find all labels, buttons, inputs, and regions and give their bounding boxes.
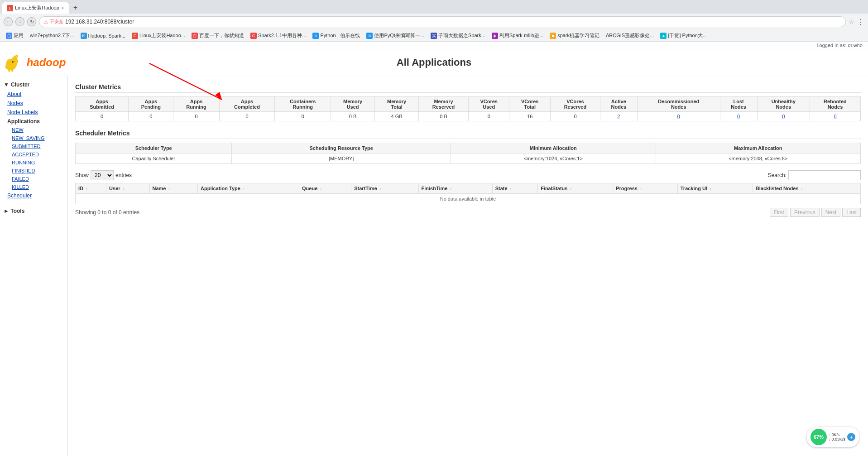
sort-icon: ↕ — [710, 187, 712, 191]
sidebar-item-applications[interactable]: Applications — [0, 117, 67, 126]
sidebar-item-about[interactable]: About — [0, 90, 67, 99]
menu-button[interactable]: ⋮ — [857, 18, 864, 26]
search-input[interactable] — [788, 170, 861, 180]
bookmark-label: Linux上安装Hadoo... — [139, 32, 185, 39]
val-containers-running: 0 — [275, 112, 331, 121]
sidebar-tools[interactable]: ► Tools — [0, 206, 67, 216]
upload-arrow-icon: ↑ — [829, 432, 831, 437]
bookmark-label: 使用PyQt来编写算一... — [374, 32, 424, 39]
val-apps-submitted: 0 — [76, 112, 129, 121]
sidebar-subitem-submitted[interactable]: SUBMITTED — [0, 142, 67, 150]
sidebar-subitem-killed[interactable]: KILLED — [0, 183, 67, 191]
bookmark-mllib[interactable]: ◈ 利用Spark-mllib进... — [489, 31, 546, 40]
col-queue[interactable]: Queue ↕ — [299, 183, 351, 194]
sort-icon: ↕ — [320, 187, 322, 191]
bookmark-label: Python - 伯乐在线 — [320, 32, 360, 39]
val-lost-nodes[interactable]: 0 — [720, 112, 757, 121]
sidebar-item-nodes[interactable]: Nodes — [0, 99, 67, 108]
val-unhealthy-nodes[interactable]: 0 — [757, 112, 810, 121]
sched-col-type: Scheduler Type — [76, 143, 232, 154]
bookmark-python-goods[interactable]: ▲ [干货] Python大... — [658, 31, 709, 40]
main-layout: ▼ Cluster About Nodes Node Labels Applic… — [0, 76, 868, 456]
val-decommissioned-nodes[interactable]: 0 — [637, 112, 720, 121]
last-button[interactable]: Last — [842, 208, 861, 217]
col-containers-running: ContainersRunning — [275, 97, 331, 112]
show-entries-select[interactable]: 10 20 50 100 — [91, 170, 114, 180]
bookmark-favicon: ▢ — [6, 33, 12, 39]
sidebar-subitem-new-saving[interactable]: NEW_SAVING — [0, 134, 67, 142]
bookmark-spark211[interactable]: G Spark2.1.1中用各种... — [248, 31, 308, 40]
tools-arrow-icon: ► — [4, 208, 9, 214]
sidebar-subitem-failed[interactable]: FAILED — [0, 175, 67, 183]
col-progress[interactable]: Progress ↕ — [613, 183, 678, 194]
new-tab-button[interactable]: + — [70, 2, 81, 14]
col-memory-total: MemoryTotal — [375, 97, 419, 112]
sort-icon: ↕ — [123, 187, 125, 191]
col-rebooted-nodes: RebootedNodes — [810, 97, 860, 112]
tabs-bar: L Linux上安装Hadoop × + — [0, 0, 868, 14]
bookmark-spark-ml[interactable]: ■ spark机器学习笔记 — [547, 31, 602, 40]
val-min-allocation: <memory:1024, vCores:1> — [451, 154, 656, 164]
col-final-status[interactable]: FinalStatus ↕ — [538, 183, 613, 194]
sidebar-cluster-header[interactable]: ▼ Cluster — [0, 80, 67, 90]
col-state[interactable]: State ↕ — [492, 183, 537, 194]
bookmark-arcgis[interactable]: ARCGIS遥感影像处... — [604, 31, 656, 40]
hadoop-logo[interactable]: hadoop — [0, 51, 68, 74]
bookmark-label: 应用 — [14, 32, 24, 39]
bookmark-label: 利用Spark-mllib进... — [499, 32, 543, 39]
sidebar-subitem-accepted[interactable]: ACCEPTED — [0, 150, 67, 158]
bookmark-linux[interactable]: C Linux上安装Hadoo... — [129, 31, 187, 40]
bookmark-apps[interactable]: ▢ 应用 — [4, 31, 26, 40]
val-active-nodes[interactable]: 2 — [600, 112, 637, 121]
bookmark-label: [干货] Python大... — [668, 32, 707, 39]
col-tracking-ui[interactable]: Tracking UI ↕ — [677, 183, 753, 194]
col-id[interactable]: ID ↕ — [76, 183, 106, 194]
back-button[interactable]: ← — [4, 17, 13, 26]
bookmark-hadoop[interactable]: K Hadoop, Spark... — [78, 32, 128, 40]
col-finish-time[interactable]: FinishTime ↕ — [418, 183, 492, 194]
pagination-buttons: First Previous Next Last — [770, 208, 861, 217]
col-blacklisted-nodes[interactable]: Blacklisted Nodes ↕ — [753, 183, 860, 194]
first-button[interactable]: First — [770, 208, 788, 217]
bookmark-label: ARCGIS遥感影像处... — [606, 32, 654, 39]
col-lost-nodes: LostNodes — [720, 97, 757, 112]
sidebar-item-node-labels[interactable]: Node Labels — [0, 108, 67, 117]
tab-active[interactable]: L Linux上安装Hadoop × — [2, 2, 69, 14]
search-label: Search: — [768, 172, 786, 178]
security-icon: ⚠ — [44, 19, 48, 24]
bookmark-pyqt[interactable]: b 使用PyQt来编写算一... — [364, 31, 427, 40]
bookmark-label: spark机器学习笔记 — [557, 32, 599, 39]
sidebar-subitem-running[interactable]: RUNNING — [0, 158, 67, 167]
tab-close-icon[interactable]: × — [61, 5, 64, 11]
bookmark-favicon: K — [81, 33, 87, 39]
sort-icon: ↕ — [640, 187, 642, 191]
sidebar-subitem-finished[interactable]: FINISHED — [0, 167, 67, 175]
col-apps-submitted: AppsSubmitted — [76, 97, 129, 112]
top-bar: Logged in as: dr.who — [0, 42, 868, 49]
col-start-time[interactable]: StartTime ↕ — [351, 183, 418, 194]
next-button[interactable]: Next — [821, 208, 841, 217]
browser-toolbar: ← → ↻ ⚠ 不安全 192.168.31.240:8088/cluster … — [0, 14, 868, 30]
url-bar[interactable]: ⚠ 不安全 192.168.31.240:8088/cluster — [39, 16, 846, 27]
previous-button[interactable]: Previous — [790, 208, 820, 217]
col-application-type[interactable]: Application Type ↕ — [198, 183, 299, 194]
sidebar-subitem-new[interactable]: NEW — [0, 126, 67, 134]
no-data-row: No data available in table — [76, 194, 861, 204]
col-apps-running: AppsRunning — [173, 97, 219, 112]
reload-button[interactable]: ↻ — [27, 17, 36, 26]
star-button[interactable]: ☆ — [849, 18, 854, 25]
val-rebooted-nodes[interactable]: 0 — [810, 112, 860, 121]
add-button[interactable]: + — [847, 433, 855, 441]
bookmark-spark-data[interactable]: 实 子雨大数据之Spark... — [428, 31, 488, 40]
bookmark-python-bole[interactable]: b Python - 伯乐在线 — [310, 31, 362, 40]
bookmark-baidu[interactable]: 百 百度一下，你就知道 — [189, 31, 246, 40]
col-user[interactable]: User ↕ — [106, 183, 149, 194]
bookmark-win7[interactable]: win7+python2.7下... — [28, 31, 77, 40]
cluster-label: Cluster — [11, 82, 29, 88]
sidebar-item-scheduler[interactable]: Scheduler — [0, 191, 67, 200]
forward-button[interactable]: → — [15, 17, 24, 26]
col-active-nodes: ActiveNodes — [600, 97, 637, 112]
svg-point-6 — [12, 61, 13, 62]
col-name[interactable]: Name ↕ — [149, 183, 198, 194]
cluster-metrics-table: AppsSubmitted AppsPending AppsRunning Ap… — [75, 96, 861, 121]
